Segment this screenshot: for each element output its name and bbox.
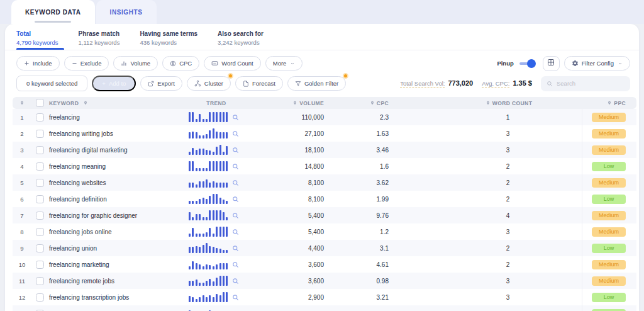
row-checkbox[interactable] — [36, 228, 44, 236]
ppc-header[interactable]: PPC — [614, 100, 626, 106]
cluster-button[interactable]: Cluster — [187, 76, 231, 91]
table-row: 9freelancing union4,4003.12Low — [13, 240, 636, 256]
table-layout-button[interactable] — [543, 56, 560, 71]
forecast-button[interactable]: Forecast — [235, 76, 283, 91]
word-count-filter-button[interactable]: Word Count — [204, 56, 261, 71]
select-all-checkbox[interactable] — [36, 99, 44, 107]
keyword-cell[interactable]: freelancing digital marketing — [48, 142, 189, 158]
word-count-cell: 3 — [393, 289, 582, 305]
row-checkbox-cell — [31, 256, 48, 273]
row-checkbox[interactable] — [36, 277, 44, 285]
keyword-cell[interactable]: freelancing transcription jobs — [48, 289, 189, 305]
stat-also-search-for[interactable]: Also search for 3,242 keywords — [218, 30, 264, 50]
tab-keyword-data[interactable]: KEYWORD DATA — [11, 0, 95, 24]
row-checkbox[interactable] — [36, 212, 44, 220]
avg-cpc-value: 1.35 $ — [513, 79, 532, 87]
row-checkbox[interactable] — [36, 162, 44, 171]
magnifier-icon[interactable] — [232, 114, 239, 121]
tab-insights-label: INSIGHTS — [110, 9, 143, 16]
keyword-cell[interactable]: freelancing union — [48, 240, 189, 256]
tab-insights[interactable]: INSIGHTS — [96, 0, 157, 24]
magnifier-icon[interactable] — [232, 245, 239, 252]
volume-cell: 14,800 — [244, 158, 330, 174]
magnifier-icon[interactable] — [232, 294, 239, 301]
row-checkbox[interactable] — [36, 130, 44, 138]
row-checkbox[interactable] — [36, 244, 44, 252]
pinup-toggle[interactable] — [519, 59, 536, 68]
cpc-filter-button[interactable]: CPC — [162, 56, 199, 71]
trend-cell — [189, 289, 244, 305]
cpc-header[interactable]: CPC — [377, 100, 389, 106]
more-filters-button[interactable]: More — [265, 56, 303, 71]
keyword-cell[interactable]: freelancing websites — [48, 174, 189, 191]
magnifier-icon[interactable] — [232, 212, 239, 219]
row-checkbox[interactable] — [36, 146, 44, 154]
keyword-cell[interactable]: freelancing writing jobs — [48, 125, 189, 142]
export-button[interactable]: Export — [140, 76, 182, 91]
tab-strip: KEYWORD DATA INSIGHTS — [0, 0, 644, 24]
volume-header[interactable]: VOLUME — [299, 100, 324, 106]
keyword-cell[interactable]: freelancing for graphic designer — [48, 207, 189, 223]
magnifier-icon[interactable] — [232, 179, 239, 186]
row-checkbox[interactable] — [36, 113, 44, 122]
stat-phrase-match[interactable]: Phrase match 1,112 keywords — [79, 30, 120, 50]
trend-sparkline — [189, 145, 228, 155]
keyword-cell[interactable]: freelancing editing jobs — [48, 305, 189, 311]
magnifier-icon[interactable] — [232, 130, 239, 137]
trend-cell — [189, 191, 244, 207]
magnifier-icon[interactable] — [232, 278, 239, 285]
stat-total-value: 4,790 keywords — [16, 39, 58, 46]
magnifier-icon[interactable] — [232, 163, 239, 170]
stats-row: Total 4,790 keywords Phrase match 1,112 … — [5, 24, 639, 50]
trend-cell — [189, 223, 244, 240]
magnifier-icon[interactable] — [232, 196, 239, 203]
golden-filter-button[interactable]: Golden Filter — [287, 76, 346, 91]
cluster-label: Cluster — [204, 80, 223, 87]
exclude-filter-button[interactable]: Exclude — [64, 56, 109, 71]
row-checkbox-cell — [31, 191, 48, 207]
magnifier-icon[interactable] — [232, 147, 239, 154]
keyword-cell[interactable]: freelancing definition — [48, 191, 189, 207]
word-count-cell: 3 — [393, 142, 582, 158]
volume-filter-button[interactable]: Volume — [113, 56, 158, 71]
pin-icon[interactable] — [486, 101, 491, 106]
pin-icon[interactable] — [607, 101, 612, 106]
keyword-header[interactable]: KEYWORD — [49, 100, 79, 106]
word-count-cell: 2 — [393, 191, 582, 207]
row-checkbox[interactable] — [36, 195, 44, 203]
row-checkbox[interactable] — [36, 179, 44, 187]
volume-cell: 5,400 — [244, 223, 330, 240]
pin-icon[interactable] — [370, 101, 375, 106]
keyword-table: KEYWORD TREND VOLUME CPC WORD COUNT PPC … — [13, 97, 636, 311]
word-count-cell: 2 — [393, 174, 582, 191]
keyword-cell[interactable]: freelancing remote jobs — [48, 273, 189, 289]
ppc-cell: Medium — [582, 142, 636, 158]
trend-sparkline — [189, 112, 228, 122]
row-checkbox[interactable] — [36, 261, 44, 269]
pin-icon[interactable] — [19, 101, 25, 106]
search-input[interactable] — [557, 80, 625, 87]
magnifier-icon[interactable] — [232, 261, 239, 268]
row-number: 10 — [13, 256, 31, 273]
keyword-cell[interactable]: freelancing jobs online — [48, 223, 189, 240]
row-checkbox[interactable] — [36, 293, 44, 302]
word-count-cell: 1 — [393, 109, 582, 125]
pin-icon[interactable] — [292, 101, 297, 106]
add-to-button[interactable]: + Add to — [92, 76, 136, 91]
filter-config-button[interactable]: Filter Config — [564, 56, 630, 71]
keyword-cell[interactable]: freelancing — [48, 109, 189, 125]
trend-sparkline — [189, 243, 228, 253]
trend-header[interactable]: TREND — [206, 100, 226, 106]
stat-having-same-terms[interactable]: Having same terms 436 keywords — [140, 30, 197, 50]
tab-keyword-data-label: KEYWORD DATA — [25, 9, 81, 16]
avg-cpc-label: Avg. CPC: — [482, 80, 509, 88]
keyword-cell[interactable]: freelancing meaning — [48, 158, 189, 174]
stat-total[interactable]: Total 4,790 keywords — [16, 30, 58, 50]
magnifier-icon[interactable] — [232, 229, 239, 235]
word-count-header[interactable]: WORD COUNT — [492, 100, 533, 106]
include-filter-button[interactable]: Include — [16, 56, 60, 71]
include-label: Include — [33, 60, 52, 67]
pin-icon[interactable] — [83, 101, 88, 106]
keyword-cell[interactable]: freelancing marketing — [48, 256, 189, 273]
filter-toolbar: Include Exclude Volume CPC Word Count Mo… — [5, 50, 639, 71]
